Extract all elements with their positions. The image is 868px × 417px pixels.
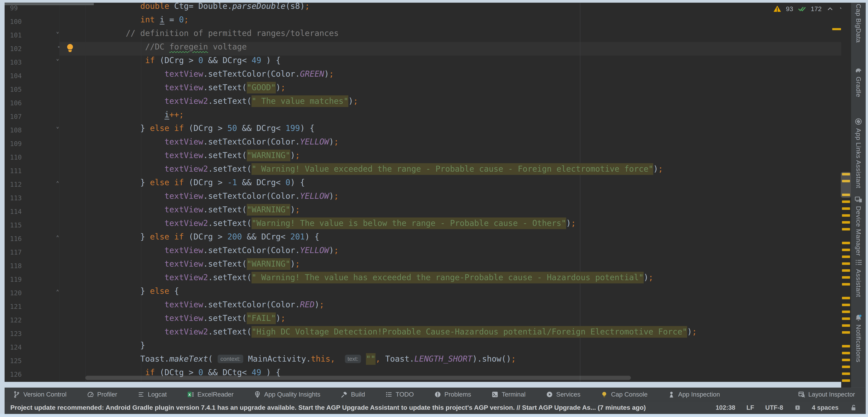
- code-line[interactable]: // definition of permitted ranges/tolera…: [92, 29, 339, 42]
- toolbar-button-terminal[interactable]: Terminal: [491, 391, 526, 398]
- code-line[interactable]: } else if (DCrg > 50 && DCrg< 199) {: [92, 124, 314, 137]
- stripe-button-cap-bigdata[interactable]: Cap BigData: [851, 4, 866, 43]
- toolbar-button-app-quality-insights[interactable]: App Quality Insights: [254, 391, 320, 398]
- fold-marker-icon[interactable]: ˄: [53, 232, 62, 246]
- toolbar-button-build[interactable]: Build: [341, 391, 365, 398]
- line-number[interactable]: 126: [10, 368, 33, 381]
- fold-marker-icon[interactable]: ˅: [53, 56, 62, 69]
- unlock-icon[interactable]: [849, 404, 857, 412]
- fold-marker-icon[interactable]: ˅: [53, 124, 62, 137]
- warning-stripe-mark[interactable]: [842, 379, 850, 382]
- line-number[interactable]: 119: [10, 273, 33, 286]
- code-line[interactable]: textView2.setText(" Warning! Value excee…: [92, 164, 663, 178]
- code-line[interactable]: } else {: [92, 286, 179, 300]
- toolbar-button-version-control[interactable]: Version Control: [13, 391, 67, 398]
- warning-stripe-mark[interactable]: [842, 269, 850, 272]
- fold-marker-icon[interactable]: ˄: [53, 178, 62, 191]
- warning-stripe-mark[interactable]: [842, 359, 850, 361]
- line-number[interactable]: 106: [10, 96, 33, 110]
- line-number[interactable]: 103: [10, 56, 33, 69]
- code-line[interactable]: } else if (DCrg > 200 && DCrg< 201) {: [92, 232, 319, 246]
- warning-stripe-mark[interactable]: [842, 345, 850, 347]
- line-number[interactable]: 121: [10, 300, 33, 313]
- line-number[interactable]: 114: [10, 205, 33, 218]
- code-line[interactable]: Toast.makeText( context: MainActivity.th…: [92, 354, 516, 368]
- warning-stripe-mark[interactable]: [842, 311, 850, 313]
- warning-stripe-mark[interactable]: [842, 221, 850, 223]
- code-line[interactable]: textView.setTextColor(Color.YELLOW);: [92, 246, 339, 259]
- line-number[interactable]: 104: [10, 69, 33, 83]
- code-line[interactable]: textView.setTextColor(Color.GREEN);: [92, 69, 334, 83]
- toolbar-button-app-inspection[interactable]: App Inspection: [668, 391, 720, 398]
- warning-stripe-mark[interactable]: [842, 207, 850, 210]
- code-line[interactable]: textView.setTextColor(Color.YELLOW);: [92, 191, 339, 205]
- stripe-button-notifications[interactable]: Notifications: [851, 314, 866, 362]
- code-line[interactable]: textView.setText("WARNING");: [92, 259, 300, 273]
- warning-stripe-mark[interactable]: [842, 304, 850, 306]
- fold-marker-icon[interactable]: ˄: [53, 286, 62, 300]
- code-line[interactable]: } else if (DCrg > -1 && DCrg< 0) {: [92, 178, 305, 191]
- warning-stripe-mark[interactable]: [842, 283, 850, 285]
- toolbar-button-cap-console[interactable]: Cap Console: [600, 391, 648, 398]
- caret-position-widget[interactable]: 102:38: [716, 404, 735, 411]
- warning-stripe-mark[interactable]: [832, 28, 841, 30]
- fold-marker-icon[interactable]: ˄˅: [53, 42, 62, 56]
- warning-stripe-mark[interactable]: [842, 276, 850, 279]
- line-number[interactable]: 116: [10, 232, 33, 246]
- warning-stripe-mark[interactable]: [842, 366, 850, 368]
- line-number[interactable]: 101: [10, 29, 33, 42]
- line-number[interactable]: 102: [10, 42, 33, 56]
- warning-stripe-mark[interactable]: [842, 297, 850, 299]
- toolbar-button-todo[interactable]: TODO: [385, 391, 414, 398]
- line-number[interactable]: 117: [10, 246, 33, 259]
- vertical-scrollbar-thumb[interactable]: [841, 172, 851, 198]
- fold-marker-icon[interactable]: ˅: [53, 29, 62, 42]
- toolbar-button-excelreader[interactable]: XExcelReader: [187, 391, 234, 398]
- code-line[interactable]: textView2.setText(" Warning! The value h…: [92, 273, 653, 286]
- encoding-widget[interactable]: UTF-8: [765, 404, 783, 411]
- line-number[interactable]: 110: [10, 150, 33, 164]
- code-line[interactable]: }: [92, 341, 145, 354]
- code-line[interactable]: textView.setTextColor(Color.RED);: [92, 300, 324, 313]
- toolbar-button-layout-inspector[interactable]: Layout Inspector: [798, 391, 855, 398]
- warning-stripe-mark[interactable]: [842, 324, 850, 327]
- warning-stripe-mark[interactable]: [842, 317, 850, 320]
- line-number[interactable]: 108: [10, 124, 33, 137]
- toolbar-button-services[interactable]: Services: [546, 391, 581, 398]
- stripe-button-app-links-assistant[interactable]: App Links Assistant: [851, 117, 866, 188]
- line-separator-widget[interactable]: LF: [746, 404, 754, 411]
- warning-stripe-mark[interactable]: [842, 242, 850, 244]
- line-number[interactable]: 113: [10, 191, 33, 205]
- code-line[interactable]: textView2.setText("Warning! The value is…: [92, 218, 576, 232]
- code-line[interactable]: textView.setText("FAIL");: [92, 313, 285, 327]
- line-number[interactable]: 115: [10, 218, 33, 232]
- code-line[interactable]: textView2.setText(" The value matches");: [92, 96, 358, 110]
- warning-stripe-mark[interactable]: [842, 228, 850, 231]
- intention-bulb-icon[interactable]: [65, 43, 75, 55]
- inspections-widget[interactable]: 93 172: [773, 3, 846, 14]
- line-number[interactable]: 100: [10, 15, 33, 29]
- code-line[interactable]: i++;: [92, 110, 184, 124]
- warning-stripe-mark[interactable]: [842, 214, 850, 217]
- stripe-button-device-manager[interactable]: Device Manager: [851, 195, 866, 256]
- indent-widget[interactable]: 4 spaces: [812, 404, 839, 411]
- code-line[interactable]: if (DCrg > 0 && DCrg< 49 ) {: [92, 56, 281, 69]
- warning-stripe-mark[interactable]: [842, 263, 850, 265]
- column-ruler-icon[interactable]: [794, 405, 801, 411]
- code-line[interactable]: textView2.setText("High DC Voltage Detec…: [92, 327, 697, 341]
- code-line[interactable]: textView.setText("WARNING");: [92, 150, 300, 164]
- toolbar-button-profiler[interactable]: Profiler: [87, 391, 117, 398]
- code-line[interactable]: //DC foregein voltage: [92, 42, 247, 56]
- warning-stripe-mark[interactable]: [842, 249, 850, 251]
- line-number[interactable]: 122: [10, 313, 33, 327]
- toolbar-button-logcat[interactable]: Logcat: [137, 391, 167, 398]
- line-number[interactable]: 125: [10, 354, 33, 368]
- toolbar-button-problems[interactable]: Problems: [434, 391, 471, 398]
- warning-stripe-mark[interactable]: [842, 201, 850, 203]
- line-number[interactable]: 111: [10, 164, 33, 178]
- line-number[interactable]: 112: [10, 178, 33, 191]
- line-number[interactable]: 118: [10, 259, 33, 273]
- horizontal-scrollbar[interactable]: [85, 376, 631, 380]
- status-message[interactable]: Project update recommended: Android Grad…: [10, 404, 646, 411]
- warning-stripe-mark[interactable]: [842, 255, 850, 258]
